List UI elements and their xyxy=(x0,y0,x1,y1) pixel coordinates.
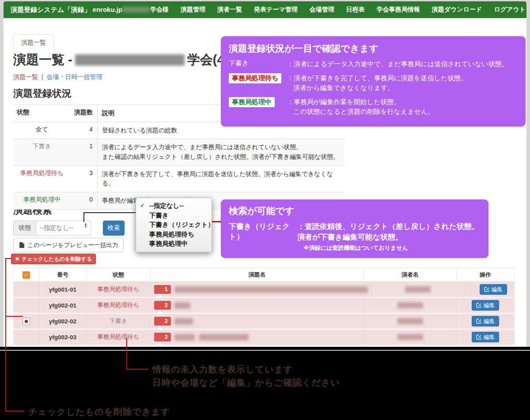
edit-button[interactable]: 編集 xyxy=(472,300,499,311)
warning-count-badge: ! 2 xyxy=(154,301,171,310)
connector-select-horizontal xyxy=(83,212,136,213)
nav-item-enja-ichiran[interactable]: 演者一覧 xyxy=(217,6,242,14)
status-section-heading: 演題登録状況 xyxy=(13,87,72,100)
status-row-waiting: 事務局処理待ち 3 演者が下書きを完了して、事務局に演題を送信した状態。演者から… xyxy=(13,165,344,192)
warning-icon: ! xyxy=(157,303,163,308)
dropdown-option-draft[interactable]: 下書き xyxy=(136,211,212,221)
callout-search-explanation: 検索が可能です 下書き（リジェクト） ：査読依頼後、リジェクト（差し戻し）された… xyxy=(221,199,488,258)
blurred-presentation-title xyxy=(174,302,190,309)
warning-icon: ! xyxy=(157,287,163,292)
page-title: 演題一覧 - 学会(4 xyxy=(13,51,224,69)
table-row: yfg002-03 事務局処理待ち ! 2 編集 xyxy=(14,330,514,345)
blurred-presenter-name xyxy=(398,302,423,308)
blurred-presentation-title xyxy=(199,334,249,341)
nav-item-endai-kanri[interactable]: 演題管理 xyxy=(181,6,205,14)
blurred-presenter-name xyxy=(398,334,423,340)
close-icon: ✖ xyxy=(15,256,19,262)
warning-count-badge: ! 2 xyxy=(154,317,171,326)
nav-menu: 学会様 演題管理 演者一覧 発表テーマ管理 会場管理 日程表 学会事務局情報 演… xyxy=(122,6,526,14)
divider-line xyxy=(0,350,530,351)
select-all-checkbox[interactable]: ✓ xyxy=(23,271,30,279)
dropdown-option-processing[interactable]: 事務局処理中 xyxy=(136,239,212,249)
callout-status-explanation: 演題登録状況が一目で確認できます 下書き ：演者によるデータ入力途中で、まだ事務… xyxy=(221,36,526,127)
nav-item-download[interactable]: 演題ダウンロード xyxy=(432,6,482,14)
presentation-table: ✓ 番号 状態 演題名 演者名 操作 yfg001-01 事務局処理待ち ! 1… xyxy=(13,268,515,345)
annotation-line-badge-horizontal xyxy=(126,369,148,370)
blurred-presentation-title xyxy=(174,286,368,293)
dropdown-option-none[interactable]: ✓ --指定なし-- xyxy=(136,201,212,211)
annotation-warn-text-1: 情報の未入力数を表示しています xyxy=(152,364,293,375)
nav-item-kaijo-kanri[interactable]: 会場管理 xyxy=(310,6,334,14)
edit-pencil-icon xyxy=(476,334,481,340)
breadcrumb-link-venue-datetime[interactable]: 会場・日時一括管理 xyxy=(46,73,102,80)
annotation-line-to-delete-button xyxy=(5,258,11,259)
nav-item-jimukyoku-info[interactable]: 学会事務局情報 xyxy=(377,6,420,14)
table-row: yfg001-01 事務局処理待ち ! 1 編集 xyxy=(14,282,514,298)
dropdown-option-waiting[interactable]: 事務局処理待ち xyxy=(136,230,212,240)
warning-icon: ! xyxy=(157,335,163,340)
presentation-table-header: ✓ 番号 状態 演題名 演者名 操作 xyxy=(14,268,514,282)
edit-button[interactable]: 編集 xyxy=(480,284,507,295)
callout1-row-processing: 事務局処理中 ：事務局が編集作業を開始した状態。 この状態になると演題の削除を行… xyxy=(229,97,518,117)
nav-item-nittei[interactable]: 日程表 xyxy=(346,6,365,14)
row-checkbox[interactable] xyxy=(23,318,30,325)
blurred-presenter-name xyxy=(398,318,423,324)
edit-pencil-icon xyxy=(476,303,481,308)
blurred-title-text xyxy=(75,54,185,66)
warning-count-badge: ! 2 xyxy=(154,333,171,341)
annotation-line-vertical-left xyxy=(5,258,6,412)
annotation-red-dot xyxy=(25,320,28,323)
connector-dropdown-to-callout xyxy=(212,221,221,222)
edit-pencil-icon xyxy=(484,287,489,292)
annotation-warn-text-2: 日時や会場など「編集」からご確認ください xyxy=(152,377,340,389)
edit-pencil-icon xyxy=(476,319,481,324)
callout1-row-waiting: 事務局処理待ち ：演者が下書きを完了して、事務局に演題を送信した状態。 演者から… xyxy=(229,73,518,93)
callout1-title: 演題登録状況が一目で確認できます xyxy=(229,42,518,55)
annotation-line-to-delete-text xyxy=(5,411,24,412)
search-controls: 状態 --指定なし-- ▲▼ 検索 xyxy=(13,221,125,236)
preview-export-button[interactable]: このページをプレビュー一括出力 xyxy=(13,238,124,252)
blurred-presentation-title xyxy=(174,318,193,325)
annotation-delete-text: チェックしたものを削除できます xyxy=(28,406,170,418)
chip-processing: 事務局処理中 xyxy=(229,97,275,107)
select-arrows-icon: ▲▼ xyxy=(84,223,87,229)
tab-endai-ichiran[interactable]: 演題一覧 xyxy=(13,34,54,51)
state-label: 状態 xyxy=(13,221,36,236)
warning-count-badge: ! 1 xyxy=(154,285,171,294)
app-brand: 演題登録システム「演録」 enroku.jp xyxy=(11,6,122,14)
edit-button[interactable]: 編集 xyxy=(472,316,499,326)
blurred-presenter-name xyxy=(405,286,431,292)
blurred-presentation-title xyxy=(174,334,195,341)
annotation-line-to-checkbox xyxy=(5,316,23,317)
state-select[interactable]: --指定なし-- ▲▼ xyxy=(36,221,91,236)
checkmark-icon: ✓ xyxy=(140,202,145,210)
status-row-draft: 下書き 1 演者によるデータ入力途中で、まだ事務局には送信されていない状態。 ま… xyxy=(13,139,344,165)
dropdown-option-draft-reject[interactable]: 下書き（リジェクト） xyxy=(136,220,212,230)
edit-button[interactable]: 編集 xyxy=(472,332,499,342)
chip-waiting: 事務局処理待ち xyxy=(229,73,281,83)
breadcrumb: 演題一覧 | 会場・日時一括管理 xyxy=(13,73,102,81)
nav-item-logout[interactable]: ログアウト xyxy=(494,6,526,14)
table-row: yfg002-01 事務局処理待ち ! 2 編集 xyxy=(14,298,514,314)
table-row: yfg002-02 下書き ! 2 編集 xyxy=(14,314,514,330)
search-button[interactable]: 検索 xyxy=(103,221,125,236)
check-icon: ✓ xyxy=(24,272,28,278)
callout2-title: 検索が可能です xyxy=(229,205,481,217)
delete-checked-button[interactable]: ✖ チェックしたものを削除する xyxy=(11,254,96,264)
callout2-note: ※演録には査読機能はついておりません xyxy=(297,244,479,252)
connector-select-vertical xyxy=(83,212,84,222)
document-icon xyxy=(19,242,25,248)
state-select-dropdown: ✓ --指定なし-- 下書き 下書き（リジェクト） 事務局処理待ち 事務局処理中 xyxy=(136,198,212,252)
blurred-society-name xyxy=(122,7,150,13)
warning-icon: ! xyxy=(157,319,163,324)
top-navbar: 演題登録システム「演録」 enroku.jp 学会様 演題管理 演者一覧 発表テ… xyxy=(4,1,526,18)
callout1-row-draft: 下書き ：演者によるデータ入力途中で、まだ事務局には送信されていない状態。 xyxy=(229,59,518,69)
nav-item-society[interactable]: 学会様 xyxy=(122,6,169,14)
annotation-line-badge-vertical xyxy=(126,338,127,370)
nav-item-theme-kanri[interactable]: 発表テーマ管理 xyxy=(254,6,298,14)
